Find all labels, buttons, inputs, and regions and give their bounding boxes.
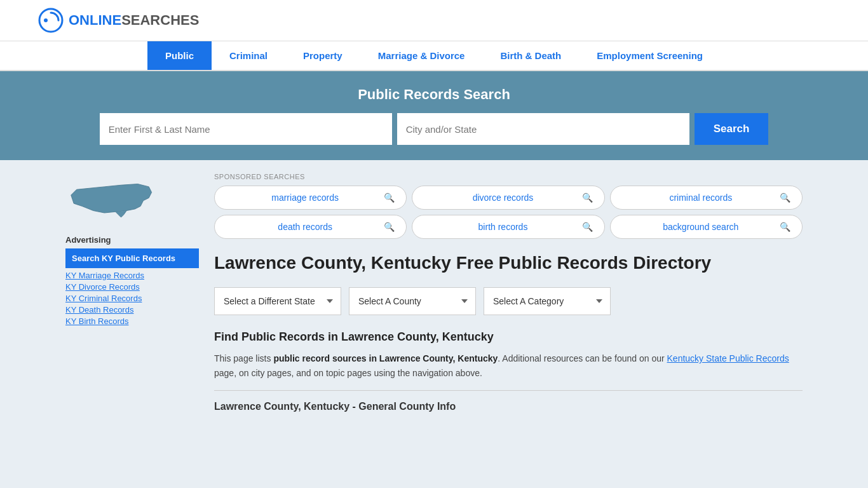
svg-point-1 <box>44 18 48 22</box>
search-icon-marriage: 🔍 <box>384 193 395 203</box>
nav-criminal[interactable]: Criminal <box>212 41 285 70</box>
state-dropdown[interactable]: Select a Different State <box>214 287 341 315</box>
nav-property[interactable]: Property <box>285 41 360 70</box>
header: ONLINESEARCHES <box>0 0 868 41</box>
sponsored-item-background[interactable]: background search 🔍 <box>610 215 803 239</box>
general-info-title: Lawrence County, Kentucky - General Coun… <box>214 401 803 412</box>
sponsored-item-criminal[interactable]: criminal records 🔍 <box>610 186 803 210</box>
search-icon-background: 🔍 <box>780 222 790 232</box>
main-nav: Public Criminal Property Marriage & Divo… <box>0 41 868 71</box>
nav-birth-death[interactable]: Birth & Death <box>482 41 579 70</box>
search-form: Search <box>38 113 830 145</box>
sponsored-label: SPONSORED SEARCHES <box>214 173 803 180</box>
find-section-text: This page lists public record sources in… <box>214 351 803 380</box>
sponsored-section: SPONSORED SEARCHES marriage records 🔍 di… <box>214 173 803 239</box>
name-search-input[interactable] <box>100 113 392 145</box>
search-icon-criminal: 🔍 <box>780 193 790 203</box>
sidebar-link-death[interactable]: KY Death Records <box>65 305 199 315</box>
sidebar-ad-highlight[interactable]: Search KY Public Records <box>65 248 199 268</box>
sponsored-item-marriage[interactable]: marriage records 🔍 <box>214 186 407 210</box>
sidebar-link-divorce[interactable]: KY Divorce Records <box>65 282 199 292</box>
find-section-title: Find Public Records in Lawrence County, … <box>214 330 803 344</box>
sponsored-item-birth[interactable]: birth records 🔍 <box>412 215 604 239</box>
search-button[interactable]: Search <box>695 113 769 145</box>
search-icon-death: 🔍 <box>384 222 395 232</box>
logo[interactable]: ONLINESEARCHES <box>38 8 199 33</box>
logo-text: ONLINESEARCHES <box>69 12 199 29</box>
nav-marriage-divorce[interactable]: Marriage & Divorce <box>360 41 483 70</box>
sponsored-item-death[interactable]: death records 🔍 <box>214 215 407 239</box>
dropdowns-row: Select a Different State Select A County… <box>214 287 803 315</box>
sidebar: Advertising Search KY Public Records KY … <box>65 173 199 412</box>
sidebar-link-birth[interactable]: KY Birth Records <box>65 316 199 326</box>
county-dropdown[interactable]: Select A County <box>349 287 476 315</box>
search-banner: Public Records Search Search <box>0 71 868 160</box>
sponsored-item-divorce[interactable]: divorce records 🔍 <box>412 186 604 210</box>
search-icon-birth: 🔍 <box>582 222 593 232</box>
ky-state-link[interactable]: Kentucky State Public Records <box>667 353 789 363</box>
search-banner-title: Public Records Search <box>38 86 830 103</box>
sidebar-ad-title: Advertising <box>65 235 199 245</box>
ky-map-icon <box>65 173 154 223</box>
nav-public[interactable]: Public <box>147 41 212 70</box>
sidebar-link-marriage[interactable]: KY Marriage Records <box>65 271 199 280</box>
divider <box>214 390 803 391</box>
category-dropdown[interactable]: Select A Category <box>484 287 611 315</box>
search-icon-divorce: 🔍 <box>582 193 593 203</box>
main-content: Advertising Search KY Public Records KY … <box>40 160 828 425</box>
content-area: SPONSORED SEARCHES marriage records 🔍 di… <box>214 173 803 412</box>
sponsored-grid: marriage records 🔍 divorce records 🔍 cri… <box>214 186 803 239</box>
logo-icon <box>38 8 64 33</box>
sidebar-link-criminal[interactable]: KY Criminal Records <box>65 294 199 303</box>
location-search-input[interactable] <box>397 113 689 145</box>
page-heading: Lawrence County, Kentucky Free Public Re… <box>214 252 803 274</box>
sidebar-links: KY Marriage Records KY Divorce Records K… <box>65 271 199 326</box>
nav-employment[interactable]: Employment Screening <box>579 41 721 70</box>
